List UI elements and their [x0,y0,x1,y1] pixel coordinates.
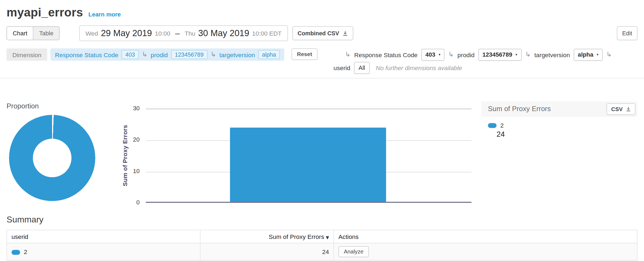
drilldown-row: userid All No further dimensions availab… [334,61,462,74]
drilldown-arrow-icon: ↳ [142,51,147,58]
end-day: Thu [185,30,195,37]
breadcrumb-dim-value[interactable]: 403 [122,50,139,59]
drilldown-row: ↳ Response Status Code 403 ▾ ↳ prodid 12… [345,49,612,61]
column-header-sum[interactable]: Sum of Proxy Errors▼ [200,230,334,243]
y-tick-label: 0 [121,199,140,205]
summary-section: Summary userid Sum of Proxy Errors▼ Acti… [0,215,644,260]
breadcrumb-dim-name: Response Status Code [55,51,118,58]
combined-csv-button[interactable]: Combined CSV [292,26,353,40]
userid-dim-name: userid [334,64,350,71]
sum-cell: 24 [200,243,334,260]
download-icon [626,107,631,112]
breadcrumb-dim-value[interactable]: alpha [258,50,280,59]
edit-button[interactable]: Edit [617,26,637,40]
series-swatch-icon [12,250,20,255]
drilldown-arrow-icon: ↳ [448,51,454,58]
bar[interactable] [230,128,386,202]
csv-label: CSV [611,106,623,112]
drilldown-dim-name: targetversion [534,51,570,58]
legend-swatch-icon [488,123,497,128]
y-tick-label: 10 [121,168,140,174]
drilldown-arrow-icon: ↳ [606,51,612,58]
no-more-dimensions-text: No further dimensions available [376,64,462,71]
table-view-button[interactable]: Table [33,27,59,40]
start-day: Wed [86,30,98,37]
charts-area: Proportion Sum of Proxy Errors 30 20 10 … [0,82,644,215]
view-toggle: Chart Table [6,26,60,40]
y-tick-label: 20 [121,136,140,143]
y-axis-label: Sum of Proxy Errors [121,109,129,202]
bar-chart-plot [146,109,472,202]
column-header-actions: Actions [334,230,637,243]
learn-more-link[interactable]: Learn more [88,11,121,18]
summary-table: userid Sum of Proxy Errors▼ Actions 2 24… [6,230,637,260]
end-date: 30 May 2019 [198,28,249,38]
prodid-select[interactable]: 123456789 ▾ [478,49,521,60]
caret-down-icon: ▾ [439,53,440,57]
date-range-picker[interactable]: Wed 29 May 2019 10:00 – Thu 30 May 2019 … [79,25,288,41]
breadcrumb-dim-name: targetversion [219,51,255,58]
donut-chart[interactable] [9,115,95,201]
csv-button[interactable]: CSV [607,103,635,115]
breadcrumb-item: Response Status Code 403 [55,50,139,59]
combined-csv-label: Combined CSV [298,30,339,36]
column-header-userid: userid [7,230,200,243]
start-time: 10:00 [155,30,170,37]
summary-title: Summary [6,215,637,225]
analyze-button[interactable]: Analyze [338,246,369,257]
page-header: myapi_errors Learn more [0,0,644,20]
userid-cell: 2 [7,243,200,260]
proportion-chart [6,112,115,205]
reset-label: Reset [297,51,312,57]
breadcrumb-dim-name: prodid [151,51,168,58]
proportion-title: Proportion [6,102,39,110]
legend-item[interactable]: 2 [488,122,638,129]
y-tick-label: 30 [121,105,140,112]
dimension-breadcrumb: Response Status Code 403 ↳ prodid 123456… [50,49,284,61]
legend-item-label: 2 [500,122,504,129]
actions-cell: Analyze [334,243,637,260]
chart-view-button[interactable]: Chart [7,27,33,40]
table-row: 2 24 Analyze [7,243,637,260]
legend-item-value: 24 [497,130,638,139]
breadcrumb-item: targetversion alpha [219,50,280,59]
drilldown-dim-name: Response Status Code [354,51,418,58]
download-icon [343,30,348,36]
drilldown-controls: ↳ Response Status Code 403 ▾ ↳ prodid 12… [345,49,637,74]
legend-title: Sum of Proxy Errors [488,105,551,113]
response-status-code-value: 403 [425,51,435,58]
caret-down-icon: ▾ [596,53,598,57]
prodid-value: 123456789 [482,51,512,58]
legend-header: Sum of Proxy Errors CSV [481,101,637,117]
edit-label: Edit [622,30,632,36]
userid-select[interactable]: All [354,62,370,74]
analyze-label: Analyze [344,249,364,255]
targetversion-value: alpha [578,51,594,58]
date-range-separator: – [175,29,180,38]
legend-panel: Sum of Proxy Errors CSV 2 24 [481,101,637,139]
targetversion-select[interactable]: alpha ▾ [574,49,602,60]
page-title: myapi_errors [6,5,83,20]
userid-value: All [358,64,365,71]
donut-hole [33,139,72,177]
drilldown-arrow-icon: ↳ [345,51,350,58]
toolbar: Chart Table Wed 29 May 2019 10:00 – Thu … [0,25,644,41]
breadcrumb-item: prodid 123456789 [151,50,207,59]
start-date: 29 May 2019 [101,28,152,38]
summary-header-row: userid Sum of Proxy Errors▼ Actions [7,230,637,243]
drilldown-dim-name: prodid [457,51,474,58]
drilldown-arrow-icon: ↳ [211,51,216,58]
drilldown-arrow-icon: ↳ [525,51,531,58]
divider [0,78,644,78]
page: myapi_errors Learn more Chart Table Wed … [0,0,644,261]
breadcrumb-dim-value[interactable]: 123456789 [171,50,207,59]
caret-down-icon: ▾ [516,53,517,57]
reset-button[interactable]: Reset [292,49,318,60]
dimension-label: Dimension [6,49,47,61]
dimension-row: Dimension Response Status Code 403 ↳ pro… [0,49,644,74]
userid-cell-value: 2 [24,248,27,255]
response-status-code-select[interactable]: 403 ▾ [421,49,445,60]
end-time: 10:00 EDT [252,30,282,37]
sort-desc-icon: ▼ [326,235,329,240]
